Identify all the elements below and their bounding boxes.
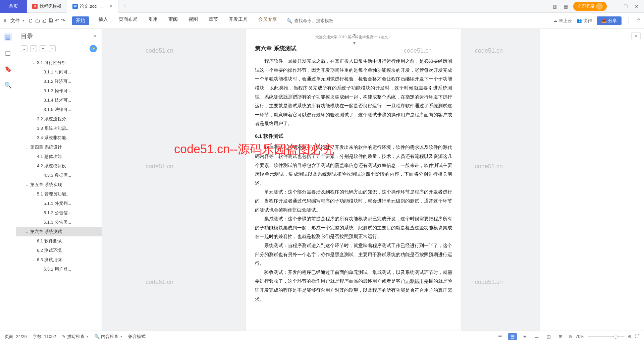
outline-item[interactable]: ⌄第五章 系统实现 (16, 180, 102, 189)
outline-item[interactable]: ⌄6.3 测试用例 (16, 255, 102, 265)
view-icon[interactable]: ⊞ (556, 333, 565, 340)
outline-item[interactable]: 6.2 测试环境 (16, 246, 102, 255)
tab-insert[interactable]: 插入 (97, 16, 109, 25)
document-page: 大连交通大学 2019 届本科生毕业设计（论文） 第六章 系统测试 程序软件一旦… (246, 29, 461, 331)
outline-item[interactable]: 3.1.1 时间可... (16, 67, 102, 77)
tab-view[interactable]: 视图 (187, 16, 199, 25)
outline-item[interactable]: 3.2 系统流程分... (16, 114, 102, 124)
outline-item[interactable]: 3.1.3 操作可... (16, 86, 102, 96)
maximize-icon[interactable]: ☐ (622, 4, 629, 9)
tab-close-icon[interactable]: ✕ (109, 4, 113, 9)
search-input[interactable] (294, 18, 355, 23)
outline-icon[interactable]: ▤ (4, 33, 12, 41)
ai-icon[interactable]: ✨ (90, 45, 97, 52)
tab-templates[interactable]: D 找稻壳模板 (27, 0, 67, 13)
new-tab-button[interactable]: + (118, 3, 132, 10)
spellcheck-button[interactable]: ✎拼写检查 (62, 334, 88, 340)
tab-document[interactable]: W 论文.doc ▭ ✕ (67, 0, 118, 13)
outline-item[interactable]: 3.1.5 法律可... (16, 105, 102, 114)
document-area[interactable]: ▾ ▾ code51.cn code51.cn code51.cn code51… (102, 29, 540, 331)
outline-item[interactable]: 4.3.3 数据库... (16, 171, 102, 180)
compat-mode[interactable]: 兼容模式 (128, 334, 146, 340)
share-button[interactable]: 📤分享 (597, 16, 622, 25)
menu-icon[interactable]: ≡ (3, 18, 6, 24)
outline-item[interactable]: 5.1.2 公告信... (16, 208, 102, 218)
fit-icon[interactable]: ⛶ (635, 334, 639, 339)
view-icon[interactable]: ◫ (544, 333, 553, 340)
outline-item[interactable]: ⌄第六章 系统测试 (16, 227, 102, 236)
web-view-icon[interactable]: ▭ (532, 333, 541, 340)
outline-label: 4.2 系统模块设... (37, 163, 70, 169)
outline-item[interactable]: 4.1 总体功能 (16, 152, 102, 161)
sidebar-close-icon[interactable]: ✕ (93, 34, 97, 39)
titlebar: 首页 D 找稻壳模板 W 论文.doc ▭ ✕ + ▥ ▦ 立即登录 — ☐ ✕ (0, 0, 644, 13)
layout-icon[interactable]: ▥ (551, 4, 558, 9)
zoom-slider[interactable] (588, 336, 625, 337)
zoom-in-icon[interactable]: ⊕ (628, 334, 632, 339)
cloud-button[interactable]: ☁未上云 (553, 18, 572, 24)
content-check-button[interactable]: 🔍内容检查 (94, 334, 122, 340)
outline-item[interactable]: 3.1.4 技术可... (16, 96, 102, 105)
word-count[interactable]: 字数: 11092 (33, 334, 56, 340)
find-icon[interactable]: 🔍 (4, 81, 12, 89)
coop-button[interactable]: 👥协作 (577, 18, 592, 24)
chevron-down-icon: ⌄ (25, 146, 30, 149)
outline-item[interactable]: 5.1.1 外卖列... (16, 199, 102, 208)
tool-icon[interactable]: ▫ (30, 45, 37, 52)
redo-icon[interactable]: ↷ (61, 17, 65, 24)
avatar-icon (596, 3, 603, 10)
collapse-all-icon[interactable]: ⌄ (21, 45, 28, 52)
outline-item[interactable]: 3.1.2 经济可... (16, 77, 102, 86)
file-menu[interactable]: 文件▾ (8, 18, 27, 24)
outline-label: 3.2 系统流程分... (37, 116, 70, 122)
qat-icon[interactable]: 🗀 (35, 18, 40, 24)
tab-layout[interactable]: 页面布局 (117, 16, 139, 25)
outline-item[interactable]: ⌄5.1 管理员功能... (16, 189, 102, 199)
paragraph: 程序软件一旦被开发完成之后，在真正投入日常生活中进行运行使用之前，是必须要经历测… (255, 57, 452, 128)
tab-dev[interactable]: 开发工具 (227, 16, 249, 25)
tab-vip[interactable]: 会员专享 (257, 16, 278, 25)
outline-item[interactable]: ⌄第四章 系统设计 (16, 142, 102, 152)
outline-label: 3.1.3 操作可... (44, 88, 71, 94)
nav-icon[interactable]: ◫ (4, 49, 12, 57)
tool-icon[interactable]: − (49, 45, 56, 52)
word-icon: W (72, 4, 78, 9)
apps-icon[interactable]: ▦ (562, 4, 569, 9)
search-box[interactable]: 🔍 (286, 18, 552, 23)
doc-tool-icon[interactable]: ▾ (353, 40, 356, 46)
chevron-icon[interactable]: ⌃ (636, 17, 641, 24)
home-tab[interactable]: 首页 (0, 0, 27, 13)
minimize-icon[interactable]: — (611, 4, 618, 9)
tool-icon[interactable]: + (40, 45, 46, 52)
outline-item[interactable]: 5.1.3 公告类... (16, 218, 102, 227)
bookmark-icon[interactable]: 🔖 (4, 65, 12, 73)
outline-item[interactable]: 3.4 系统非功能... (16, 133, 102, 142)
tab-start[interactable]: 开始 (72, 16, 89, 25)
outline-item[interactable]: ⌄4.2 系统模块设... (16, 161, 102, 171)
tab-chapter[interactable]: 章节 (207, 16, 219, 25)
zoom-out-icon[interactable]: ⊖ (569, 334, 572, 339)
outline-item[interactable]: 6.3.1 用户登... (16, 265, 102, 274)
paragraph: 验收测试：开发的程序已经通过了前面的单元测试，集成测试，以及系统测试环节时，就需… (255, 268, 452, 303)
qat-icon[interactable]: 🗋 (28, 18, 34, 24)
reading-mode-icon[interactable]: 👁 (496, 333, 505, 340)
qat-icon[interactable]: 🖻 (48, 18, 54, 24)
panel-toggle-icon[interactable]: ≡ (631, 32, 641, 40)
tool-column: ▤ ◫ 🔖 🔍 (0, 29, 16, 331)
outline-item[interactable]: 3.3 系统功能需... (16, 124, 102, 133)
page-view-icon[interactable]: ▤ (508, 333, 517, 340)
tab-review[interactable]: 审阅 (167, 16, 179, 25)
zoom-thumb[interactable] (613, 335, 618, 339)
close-icon[interactable]: ✕ (633, 4, 640, 9)
tab-ref[interactable]: 引用 (147, 16, 159, 25)
outline-view-icon[interactable]: ≡ (520, 333, 529, 340)
login-button[interactable]: 立即登录 (573, 2, 607, 11)
page-indicator[interactable]: 页面: 24/29 (5, 334, 27, 340)
doc-tool-icon[interactable]: ▾ (353, 32, 356, 38)
undo-icon[interactable]: ↶ (55, 17, 59, 24)
outline-item[interactable]: ⌄3.1 可行性分析 (16, 58, 102, 67)
outline-item[interactable]: 6.1 软件测试 (16, 236, 102, 246)
zoom-value[interactable]: 70% (576, 334, 584, 339)
collapse-icon[interactable]: ⋮ (626, 17, 632, 24)
qat-icon[interactable]: 🖨 (42, 18, 47, 24)
